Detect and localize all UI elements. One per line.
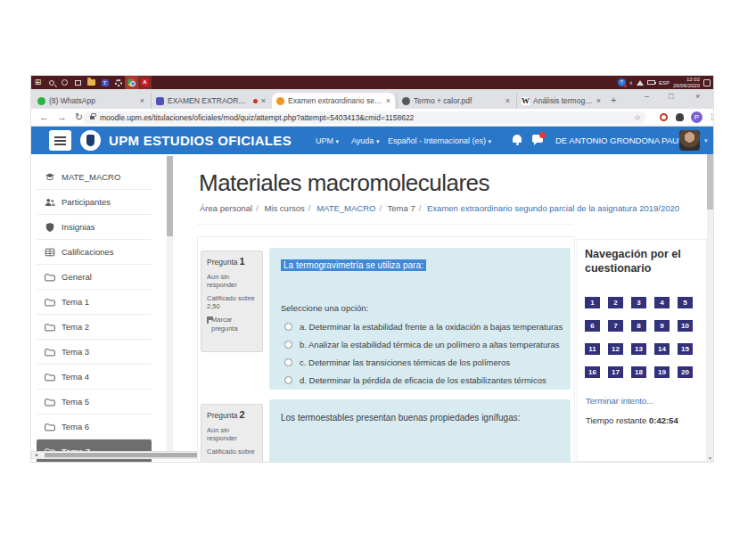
breadcrumb-link[interactable]: Examen extraordinario segundo parcial de… [427, 203, 679, 213]
sidebar-item[interactable]: General [37, 265, 152, 290]
window-maximize-button[interactable]: □ [669, 92, 673, 101]
tab-wikipedia[interactable]: W Análisis termogravimétrico - × [516, 93, 605, 109]
tab-whatsapp[interactable]: (8) WhatsApp × [33, 93, 149, 109]
browser-profile-avatar[interactable]: P [691, 111, 703, 123]
window-minimize-button[interactable]: – [645, 92, 649, 101]
radio-button-icon[interactable] [284, 376, 292, 384]
menu-ayuda[interactable]: Ayuda ▾ [351, 136, 379, 145]
tab-close-icon[interactable]: × [505, 96, 510, 105]
notifications-bell-icon[interactable] [513, 135, 522, 143]
question-nav-button[interactable]: 10 [678, 320, 693, 332]
start-button[interactable]: ⊞ [31, 76, 45, 89]
question-nav-button[interactable]: 12 [608, 343, 623, 355]
question-nav-button[interactable]: 3 [631, 297, 646, 308]
cortana-button[interactable] [58, 76, 71, 89]
question-nav-button[interactable]: 6 [585, 320, 600, 332]
drawer-vertical-scrollbar[interactable] [167, 156, 173, 452]
tab-pdf[interactable]: Termo + calor.pdf × [397, 93, 514, 109]
question-nav-button[interactable]: 1 [585, 297, 600, 308]
teams-taskbar-button[interactable]: T [98, 76, 111, 89]
tab-close-icon[interactable]: × [386, 96, 390, 105]
menu-language[interactable]: Español - Internacional (es) ▾ [388, 136, 491, 145]
forward-button[interactable]: → [57, 112, 67, 122]
question-nav-button[interactable]: 8 [631, 320, 646, 332]
scrollbar-thumb[interactable] [167, 156, 173, 236]
new-tab-button[interactable]: + [611, 94, 616, 105]
url-text[interactable]: moodle.upm.es/titulaciones/oficiales/mod… [100, 113, 414, 122]
sidebar-item[interactable]: Tema 2 [37, 315, 152, 340]
battery-tray-icon[interactable] [647, 80, 655, 85]
upm-logo[interactable] [80, 130, 101, 151]
question-nav-button[interactable]: 15 [678, 343, 693, 355]
site-brand[interactable]: UPM ESTUDIOS OFICIALES [109, 133, 292, 148]
radio-button-icon[interactable] [284, 341, 292, 349]
settings-taskbar-button[interactable] [111, 76, 125, 89]
user-avatar[interactable] [679, 130, 700, 151]
tab-close-icon[interactable]: × [596, 96, 601, 105]
extension-paw-icon[interactable] [676, 113, 684, 121]
scroll-down-arrow-icon[interactable]: ▾ [707, 455, 713, 462]
radio-button-icon[interactable] [284, 358, 292, 366]
question-nav-button[interactable]: 17 [608, 366, 623, 378]
flag-question-link[interactable]: Marcar pregunta [207, 316, 257, 333]
breadcrumb-link[interactable]: Mis cursos [264, 203, 304, 213]
file-explorer-button[interactable] [85, 76, 98, 89]
answer-option[interactable]: d. Determinar la pérdida de eficacia de … [281, 371, 559, 389]
tab-close-icon[interactable]: × [261, 96, 266, 105]
scroll-left-arrow-icon[interactable]: ◂ [32, 452, 40, 458]
browser-menu-icon[interactable]: ⋮ [708, 112, 713, 121]
question-nav-button[interactable]: 5 [678, 297, 693, 308]
question-nav-button[interactable]: 19 [654, 366, 670, 378]
question-nav-button[interactable]: 20 [678, 366, 693, 378]
tab-teams-exam[interactable]: EXAMEN EXTRAORDINA × [151, 93, 270, 109]
question-nav-button[interactable]: 16 [585, 366, 600, 378]
sidebar-item[interactable]: Tema 5 [37, 390, 152, 415]
tray-chevron-icon[interactable]: ∧ [629, 80, 633, 86]
question-nav-button[interactable]: 7 [608, 320, 623, 332]
window-close-button[interactable]: × [695, 92, 700, 101]
chrome-taskbar-button[interactable] [125, 76, 138, 89]
finish-attempt-link[interactable]: Terminar intento... [586, 396, 653, 406]
sidebar-item[interactable]: Participantes [37, 190, 152, 215]
breadcrumb-link[interactable]: MATE_MACRO [316, 203, 375, 213]
sidebar-item[interactable]: MATE_MACRO [37, 165, 152, 190]
answer-option[interactable]: a. Determinar la estabilidad frente a la… [281, 317, 559, 335]
question-nav-button[interactable]: 11 [585, 343, 600, 355]
adblock-extension-icon[interactable] [660, 113, 668, 121]
language-indicator[interactable]: ESP [659, 80, 670, 86]
bookmark-star-icon[interactable]: ☆ [634, 113, 641, 122]
network-tray-icon[interactable] [637, 80, 644, 86]
answer-option[interactable]: c. Determinar las transiciones térmicas … [281, 353, 559, 371]
action-center-icon[interactable] [703, 79, 711, 86]
user-name[interactable]: DE ANTONIO GRONDONA PAULA [555, 136, 675, 145]
tab-close-icon[interactable]: × [140, 96, 144, 105]
sidebar-item[interactable]: Tema 4 [37, 365, 152, 390]
menu-upm[interactable]: UPM ▾ [316, 136, 339, 145]
question-nav-button[interactable]: 2 [608, 297, 623, 308]
task-view-button[interactable] [71, 76, 85, 89]
question-nav-button[interactable]: 14 [654, 343, 670, 355]
page-vertical-scrollbar[interactable]: ▾ [707, 154, 713, 462]
address-bar[interactable]: moodle.upm.es/titulaciones/oficiales/mod… [83, 111, 646, 124]
radio-button-icon[interactable] [284, 323, 292, 331]
sidebar-item[interactable]: Calificaciones [37, 240, 152, 265]
taskbar-search-button[interactable] [45, 76, 58, 89]
question-nav-button[interactable]: 13 [631, 343, 646, 355]
breadcrumb-link[interactable]: Área personal [200, 203, 252, 213]
sidebar-item[interactable]: Tema 1 [37, 290, 152, 315]
acrobat-taskbar-button[interactable]: A [138, 76, 152, 89]
sidebar-item[interactable]: Tema 6 [37, 415, 152, 440]
sidebar-item[interactable]: Insignias [37, 215, 152, 240]
help-tray-icon[interactable]: ? [618, 78, 626, 86]
scrollbar-thumb[interactable] [707, 154, 713, 209]
breadcrumb-link[interactable]: Tema 7 [388, 203, 415, 213]
back-button[interactable]: ← [39, 112, 49, 122]
sidebar-item[interactable]: Tema 3 [37, 340, 152, 365]
user-menu-caret-icon[interactable]: ▾ [704, 137, 708, 144]
tab-moodle-exam-active[interactable]: Examen extraordinario segu × [272, 93, 395, 109]
answer-option[interactable]: b. Analizar la estabilidad térmica de un… [281, 335, 559, 353]
taskbar-clock[interactable]: 12:0229/06/2020 [673, 77, 700, 88]
question-nav-button[interactable]: 4 [654, 297, 670, 308]
question-nav-button[interactable]: 9 [654, 320, 670, 332]
question-nav-button[interactable]: 18 [631, 366, 646, 378]
